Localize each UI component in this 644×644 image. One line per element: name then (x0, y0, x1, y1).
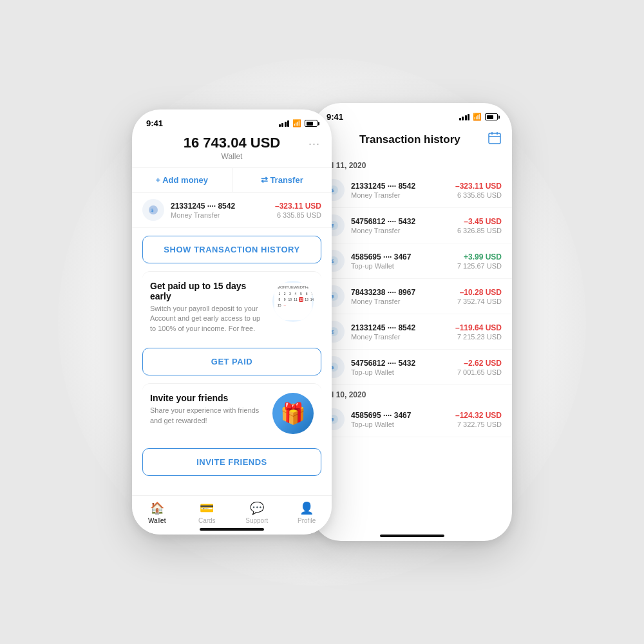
promo2-text: Invite your friends Share your experienc… (150, 393, 266, 426)
tx-type: Top-up Wallet (351, 262, 457, 270)
right-header: ‹ Transaction history (312, 126, 512, 156)
wallet-icon: 🏠 (150, 501, 164, 515)
nav-support[interactable]: 💬 Support (232, 501, 282, 524)
calendar-filter-button[interactable] (488, 131, 502, 148)
tx-account: 21331245 ···· 8542 (351, 182, 455, 191)
right-wifi-icon: 📶 (473, 113, 482, 121)
invite-friends-button[interactable]: INVITE FRIENDS (142, 448, 321, 476)
more-options-button[interactable]: ··· (308, 137, 320, 151)
get-paid-promo: Get paid up to 15 days early Switch your… (142, 271, 321, 343)
right-time: 9:41 (327, 112, 343, 122)
right-status-bar: 9:41 📶 (312, 103, 512, 126)
nav-wallet[interactable]: 🏠 Wallet (132, 501, 182, 524)
svg-text:$: $ (332, 294, 335, 299)
transaction-info: 21331245 ···· 8542 Money Transfer (171, 202, 275, 219)
svg-text:$: $ (332, 417, 335, 422)
nav-wallet-label: Wallet (148, 517, 166, 524)
transaction-row-1-0[interactable]: $ 4585695 ···· 3467 Top-up Wallet –124.3… (312, 402, 512, 437)
svg-text:$: $ (332, 329, 335, 335)
tx-amounts: +3.99 USD 7 125.67 USD (457, 252, 502, 270)
tx-info: 78433238 ···· 8967 Money Transfer (351, 288, 457, 305)
profile-icon: 👤 (299, 501, 314, 515)
svg-text:$: $ (332, 187, 335, 193)
left-status-icons: 📶 (279, 119, 318, 128)
promo2-title: Invite your friends (150, 393, 266, 403)
tx-account: 4585695 ···· 3467 (351, 252, 457, 261)
svg-text:$: $ (332, 223, 335, 229)
transaction-row[interactable]: $ 21331245 ···· 8542 Money Transfer –323… (132, 193, 332, 228)
tx-balance: 6 335.85 USD (455, 191, 502, 199)
tx-info: 21331245 ···· 8542 Money Transfer (351, 182, 455, 199)
tx-type: Top-up Wallet (351, 368, 457, 376)
tx-amounts: –323.11 USD 6 335.85 USD (455, 182, 502, 199)
nav-profile-label: Profile (298, 517, 316, 524)
show-history-button[interactable]: SHOW TRANSACTION HISTORY (142, 236, 321, 263)
svg-text:$: $ (332, 365, 335, 370)
promo2-desc: Share your experience with friends and g… (150, 406, 266, 426)
tx-type: Money Transfer (351, 298, 457, 305)
tx-type: Money Transfer (351, 191, 455, 199)
gift-icon: 🎁 (280, 401, 306, 426)
right-home-indicator (380, 535, 444, 537)
cards-icon: 💳 (200, 501, 214, 515)
tx-amounts: –124.32 USD 7 322.75 USD (455, 411, 502, 428)
transaction-row-0-3[interactable]: $ 78433238 ···· 8967 Money Transfer –10.… (312, 279, 512, 314)
date-separator-0: Jul 11, 2020 (312, 156, 512, 173)
balance-label: Wallet (132, 152, 332, 161)
tx-account: 54756812 ···· 5432 (351, 359, 457, 368)
transfer-button[interactable]: ⇄ Transfer (232, 168, 332, 192)
tx-change: –323.11 USD (455, 182, 502, 191)
tx-balance: 7 125.67 USD (457, 262, 502, 270)
transaction-row-0-0[interactable]: $ 21331245 ···· 8542 Money Transfer –323… (312, 173, 512, 208)
add-money-button[interactable]: + Add money (132, 168, 232, 192)
tx-change: –323.11 USD (275, 202, 321, 211)
tx-info: 54756812 ···· 5432 Money Transfer (351, 217, 457, 234)
tx-change: –119.64 USD (455, 323, 502, 332)
nav-profile[interactable]: 👤 Profile (282, 501, 332, 524)
tx-balance: 7 352.74 USD (457, 298, 502, 305)
scene: 9:41 📶 16 743.04 USD Wallet ··· (0, 0, 644, 644)
right-status-icons: 📶 (459, 113, 498, 121)
tx-amounts: –3.45 USD 6 326.85 USD (457, 217, 502, 234)
signal-icon (279, 120, 290, 127)
svg-text:$: $ (332, 258, 335, 264)
calendar-mini: MONTUEWEDTHUFRI 123 45 678 910 111213 14… (274, 283, 312, 320)
nav-cards[interactable]: 💳 Cards (182, 501, 232, 524)
tx-type: Money Transfer (171, 211, 275, 219)
tx-account: 78433238 ···· 8967 (351, 288, 457, 297)
invite-friends-promo: Invite your friends Share your experienc… (142, 383, 321, 443)
tx-balance: 6 326.85 USD (457, 227, 502, 234)
tx-info: 4585695 ···· 3467 Top-up Wallet (351, 411, 455, 428)
bottom-navigation: 🏠 Wallet 💳 Cards 💬 Support 👤 Profile (132, 495, 332, 535)
tx-change: –3.45 USD (457, 217, 502, 226)
transaction-row-0-1[interactable]: $ 54756812 ···· 5432 Money Transfer –3.4… (312, 208, 512, 243)
promo1-title: Get paid up to 15 days early (150, 281, 266, 301)
transaction-list: Jul 11, 2020 $ 21331245 ···· 8542 Money … (312, 156, 512, 437)
page-title: Transaction history (332, 133, 488, 146)
home-indicator (200, 528, 264, 531)
tx-balance: 7 215.23 USD (455, 333, 502, 341)
tx-amounts: –119.64 USD 7 215.23 USD (455, 323, 502, 341)
left-status-bar: 9:41 📶 (132, 109, 332, 132)
tx-info: 21331245 ···· 8542 Money Transfer (351, 323, 455, 341)
tx-change: –10.28 USD (457, 288, 502, 297)
gift-illustration: 🎁 (272, 393, 314, 434)
transaction-icon: $ (142, 199, 164, 221)
tx-info: 54756812 ···· 5432 Top-up Wallet (351, 359, 457, 376)
tx-amounts: –2.62 USD 7 001.65 USD (457, 359, 502, 376)
transaction-row-0-2[interactable]: $ 4585695 ···· 3467 Top-up Wallet +3.99 … (312, 243, 512, 279)
tx-type: Money Transfer (351, 227, 457, 234)
right-phone: 9:41 📶 ‹ Transaction history (312, 103, 512, 541)
tx-balance: 6 335.85 USD (275, 211, 321, 219)
transaction-row-0-4[interactable]: $ 21331245 ···· 8542 Money Transfer –119… (312, 314, 512, 350)
tx-balance: 7 001.65 USD (457, 368, 502, 376)
date-separator-1: Jul 10, 2020 (312, 385, 512, 402)
balance-header: 16 743.04 USD Wallet ··· (132, 132, 332, 167)
svg-rect-2 (489, 133, 500, 144)
calendar-illustration: MONTUEWEDTHUFRI 123 45 678 910 111213 14… (272, 281, 314, 322)
tx-account: 21331245 ···· 8542 (171, 202, 275, 211)
transaction-row-0-5[interactable]: $ 54756812 ···· 5432 Top-up Wallet –2.62… (312, 350, 512, 385)
get-paid-button[interactable]: GET PAID (142, 348, 321, 375)
tx-account: 54756812 ···· 5432 (351, 217, 457, 226)
phones-wrapper: 9:41 📶 16 743.04 USD Wallet ··· (132, 103, 512, 541)
